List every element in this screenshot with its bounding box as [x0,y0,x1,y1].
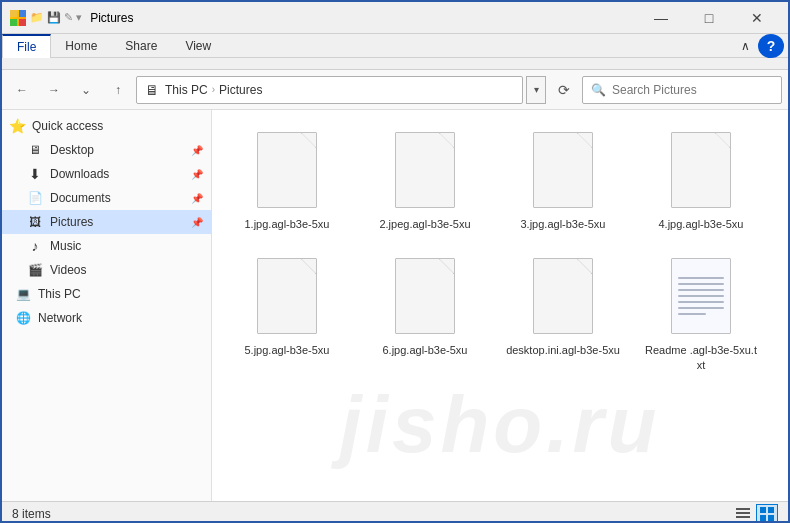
up-button[interactable]: ↑ [104,76,132,104]
status-item-count: 8 items [12,507,732,521]
svg-rect-0 [10,10,17,17]
doc-icon-5 [257,258,317,334]
txt-line [678,313,706,315]
tab-share[interactable]: Share [111,34,171,58]
folder-icon: 🖥 [145,82,159,98]
txt-line [678,283,724,285]
sidebar-item-pictures[interactable]: 🖼 Pictures 📌 [2,210,211,234]
crumb-pictures[interactable]: Pictures [219,83,262,97]
file-item[interactable]: 6.jpg.agl-b3e-5xu [360,246,490,379]
title-bar-qs: 📁 💾 ✎ ▾ [30,11,82,24]
minimize-button[interactable]: — [638,2,684,34]
pin-icon-desktop: 📌 [191,145,203,156]
desktop-icon: 🖥 [26,142,44,158]
file-icon-wrap-1 [251,127,323,213]
tab-file[interactable]: File [2,34,51,58]
txt-icon-8 [671,258,731,334]
view-list-button[interactable] [732,504,754,524]
tab-view[interactable]: View [171,34,225,58]
crumb-sep-1: › [212,84,215,95]
sidebar-label-network: Network [38,311,82,325]
back-button[interactable]: ← [8,76,36,104]
refresh-button[interactable]: ⟳ [550,76,578,104]
file-item[interactable]: Readme .agl-b3e-5xu.txt [636,246,766,379]
file-name-6: 6.jpg.agl-b3e-5xu [382,343,467,357]
maximize-button[interactable]: □ [686,2,732,34]
sidebar-item-thispc[interactable]: 💻 This PC [2,282,211,306]
txt-lines [678,277,724,319]
svg-rect-4 [736,508,750,510]
file-grid: 1.jpg.agl-b3e-5xu 2.jpeg.agl-b3e-5xu 3.j… [222,120,778,379]
sidebar-item-videos[interactable]: 🎬 Videos [2,258,211,282]
sidebar-label-videos: Videos [50,263,86,277]
file-item[interactable]: 2.jpeg.agl-b3e-5xu [360,120,490,238]
doc-icon-6 [395,258,455,334]
doc-icon-3 [533,132,593,208]
file-name-7: desktop.ini.agl-b3e-5xu [506,343,620,357]
sidebar: ⭐ Quick access 🖥 Desktop 📌 ⬇ Downloads 📌… [2,110,212,501]
close-button[interactable]: ✕ [734,2,780,34]
file-icon-wrap-2 [389,127,461,213]
file-icon-wrap-3 [527,127,599,213]
file-name-4: 4.jpg.agl-b3e-5xu [658,217,743,231]
sidebar-label-pictures: Pictures [50,215,93,229]
file-item[interactable]: 4.jpg.agl-b3e-5xu [636,120,766,238]
view-buttons [732,504,778,524]
svg-rect-10 [768,515,774,521]
address-dropdown[interactable]: ▾ [526,76,546,104]
tab-home[interactable]: Home [51,34,111,58]
txt-line [678,289,724,291]
ribbon-collapse-btn[interactable]: ∧ [733,39,758,53]
svg-rect-1 [19,10,26,17]
view-grid-button[interactable] [756,504,778,524]
window-title: Pictures [90,11,638,25]
pin-icon-documents: 📌 [191,193,203,204]
txt-line [678,307,724,309]
file-item[interactable]: 1.jpg.agl-b3e-5xu [222,120,352,238]
file-item[interactable]: 5.jpg.agl-b3e-5xu [222,246,352,379]
address-box[interactable]: 🖥 This PC › Pictures [136,76,523,104]
search-box[interactable]: 🔍 [582,76,782,104]
sidebar-item-network[interactable]: 🌐 Network [2,306,211,330]
file-item[interactable]: desktop.ini.agl-b3e-5xu [498,246,628,379]
file-item[interactable]: 3.jpg.agl-b3e-5xu [498,120,628,238]
txt-line [678,295,724,297]
txt-line [678,277,724,279]
file-name-3: 3.jpg.agl-b3e-5xu [520,217,605,231]
svg-rect-9 [760,515,766,521]
doc-icon-4 [671,132,731,208]
pin-icon-pictures: 📌 [191,217,203,228]
forward-button[interactable]: → [40,76,68,104]
crumb-thispc[interactable]: This PC [165,83,208,97]
recent-button[interactable]: ⌄ [72,76,100,104]
sidebar-label-documents: Documents [50,191,111,205]
videos-icon: 🎬 [26,262,44,278]
window-icon [10,10,26,26]
file-name-1: 1.jpg.agl-b3e-5xu [244,217,329,231]
sidebar-item-documents[interactable]: 📄 Documents 📌 [2,186,211,210]
sidebar-label-quick-access: Quick access [32,119,103,133]
downloads-icon: ⬇ [26,166,44,182]
help-button[interactable]: ? [758,34,784,58]
sidebar-item-music[interactable]: ♪ Music [2,234,211,258]
ribbon: File Home Share View ∧ ? [2,34,788,70]
file-icon-wrap-5 [251,253,323,339]
pictures-icon: 🖼 [26,214,44,230]
status-bar: 8 items [2,501,788,523]
txt-line [678,301,724,303]
watermark: jisho.ru [340,379,661,471]
list-icon [736,507,750,521]
address-bar: ← → ⌄ ↑ 🖥 This PC › Pictures ▾ ⟳ 🔍 [2,70,788,110]
sidebar-label-downloads: Downloads [50,167,109,181]
svg-rect-2 [10,19,17,26]
documents-icon: 📄 [26,190,44,206]
file-icon-wrap-4 [665,127,737,213]
sidebar-item-downloads[interactable]: ⬇ Downloads 📌 [2,162,211,186]
sidebar-item-quick-access[interactable]: ⭐ Quick access [2,114,211,138]
search-input[interactable] [612,83,773,97]
sidebar-item-desktop[interactable]: 🖥 Desktop 📌 [2,138,211,162]
file-icon-wrap-7 [527,253,599,339]
search-icon: 🔍 [591,83,606,97]
thispc-icon: 💻 [14,286,32,302]
doc-icon-1 [257,132,317,208]
